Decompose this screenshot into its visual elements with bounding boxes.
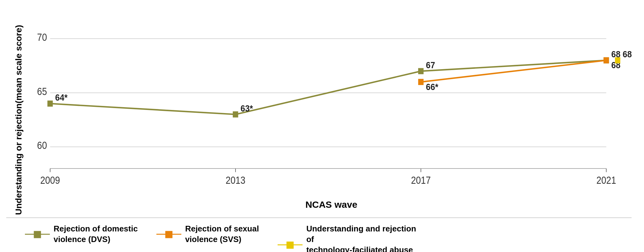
svg-rect-21 (233, 112, 238, 117)
legend-label-tfas: Understanding and rejection oftechnology… (306, 224, 425, 252)
svg-text:66*: 66* (426, 81, 438, 92)
legend-item-tfas: Understanding and rejection oftechnology… (278, 224, 425, 252)
legend-row-svs: Rejection of sexualviolence (SVS) (156, 224, 259, 245)
svg-rect-27 (418, 79, 423, 85)
y-axis-label: Understanding or rejection(mean scale sc… (6, 6, 31, 215)
svg-rect-29 (604, 57, 609, 63)
svg-text:2009: 2009 (40, 174, 60, 186)
legend-label-svs: Rejection of sexualviolence (SVS) (185, 224, 259, 245)
svg-text:2021: 2021 (596, 174, 616, 186)
legend-line-tfas (278, 240, 303, 249)
svg-text:65: 65 (37, 86, 47, 97)
svg-rect-38 (287, 242, 293, 249)
svg-text:2013: 2013 (226, 174, 245, 186)
svg-line-17 (421, 60, 606, 71)
legend: Rejection of domesticviolence (DVS) Reje… (6, 217, 632, 252)
svg-text:60: 60 (37, 140, 47, 151)
svg-line-18 (421, 60, 606, 82)
svg-rect-36 (165, 231, 172, 238)
x-axis-label: NCAS wave (31, 197, 632, 215)
svg-rect-23 (418, 68, 423, 74)
svg-text:64*: 64* (55, 92, 68, 103)
svg-rect-31 (615, 57, 620, 63)
legend-row-dvs: Rejection of domesticviolence (DVS) (25, 224, 138, 245)
svg-text:67: 67 (426, 59, 435, 70)
legend-line-svs (156, 230, 181, 239)
legend-label-dvs: Rejection of domesticviolence (DVS) (54, 224, 138, 245)
chart-area: Understanding or rejection(mean scale sc… (6, 6, 632, 215)
chart-svg: 606570200920132017202164*63*676866*6868 (31, 6, 632, 194)
svg-text:2017: 2017 (411, 174, 431, 186)
legend-line-dvs (25, 230, 50, 239)
svg-text:63*: 63* (241, 103, 253, 113)
svg-text:70: 70 (37, 31, 47, 43)
svg-rect-34 (34, 231, 41, 238)
chart-inner: 606570200920132017202164*63*676866*6868 … (31, 6, 632, 215)
plot-area: 606570200920132017202164*63*676866*6868 (31, 6, 632, 194)
svg-rect-19 (48, 101, 53, 107)
svg-text:68: 68 (623, 49, 632, 59)
svg-line-15 (50, 104, 236, 115)
legend-item-svs: Rejection of sexualviolence (SVS) (156, 224, 259, 245)
chart-container: Understanding or rejection(mean scale sc… (0, 0, 644, 252)
legend-item-dvs: Rejection of domesticviolence (DVS) (25, 224, 138, 245)
legend-row-tfas: Understanding and rejection oftechnology… (278, 224, 425, 252)
